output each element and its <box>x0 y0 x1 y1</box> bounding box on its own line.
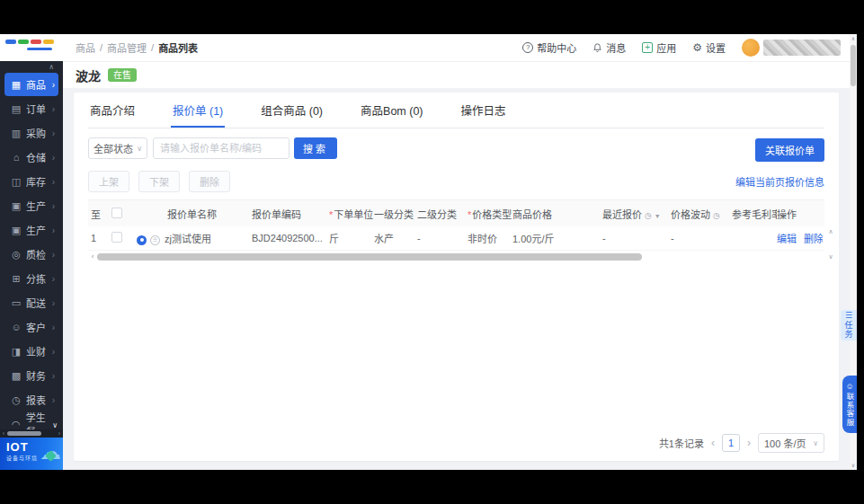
chevron-right-icon: › <box>52 298 55 308</box>
status-select[interactable]: 全部状态 ∨ <box>88 137 147 159</box>
prev-page-icon[interactable]: ‹ <box>711 437 715 449</box>
page-number[interactable]: 1 <box>722 434 740 452</box>
chevron-right-icon: › <box>52 347 55 357</box>
tasks-float-button[interactable]: ☰ 任务 <box>841 310 857 340</box>
cell-price: 1.00元/斤 <box>512 231 602 245</box>
sidebar-item-delivery[interactable]: ▭ 配送 › <box>4 291 58 314</box>
sidebar-horizontal-scrollbar[interactable]: ‹ › <box>0 429 63 438</box>
cell-price-type: 非时价 <box>468 231 512 245</box>
col-price-type: *价格类型 <box>468 207 512 221</box>
chevron-right-icon: › <box>52 201 55 211</box>
sidebar-item-sorting[interactable]: ⊞ 分拣 › <box>4 267 58 290</box>
settings-button[interactable]: ⚙ 设置 <box>692 40 726 55</box>
delivery-icon: ▭ <box>11 297 22 309</box>
scroll-left-icon[interactable]: ‹ <box>0 430 7 437</box>
tab-quotations[interactable]: 报价单 (1) <box>171 93 225 128</box>
blue-dot-icon[interactable] <box>137 235 147 245</box>
filter-row: 全部状态 ∨ 搜索 关联报价单 <box>88 137 824 159</box>
chevron-right-icon: › <box>52 225 55 235</box>
sidebar-item-purchasing[interactable]: ▥ 采购 › <box>4 121 58 145</box>
scroll-down-icon[interactable]: ∨ <box>828 253 833 261</box>
sidebar-item-inventory[interactable]: ◫ 库存 › <box>4 170 58 193</box>
scroll-left-icon[interactable]: ‹ <box>88 252 97 261</box>
sidebar-item-customers[interactable]: ☺ 客户 › <box>4 315 58 339</box>
scrollbar-thumb[interactable] <box>97 253 642 261</box>
sidebar-item-label: 业财 <box>26 344 46 358</box>
tab-operation-log[interactable]: 操作日志 <box>459 93 508 128</box>
sidebar-item-label: 生产 <box>26 223 46 237</box>
cell-price-wave: - <box>671 233 732 243</box>
gray-circle-icon[interactable]: ☰ <box>150 235 160 245</box>
scrollbar-thumb[interactable] <box>7 431 41 436</box>
scroll-up-icon[interactable]: ∧ <box>828 228 833 235</box>
col-category2: 二级分类 <box>417 207 468 221</box>
tab-product-intro[interactable]: 商品介绍 <box>88 93 137 128</box>
menu-scroll-up-icon[interactable]: ∧ <box>0 63 63 72</box>
pagination: 共1条记录 ‹ 1 › 100 条/页 ∨ <box>88 425 824 461</box>
sidebar-item-goods[interactable]: ▦ 商品 › <box>4 73 58 96</box>
sidebar-item-production-1[interactable]: ▣ 生产 › <box>4 194 58 217</box>
sidebar-item-production-2[interactable]: ▣ 生产 › <box>4 218 58 242</box>
apps-label: 应用 <box>656 40 676 55</box>
quotation-name[interactable]: zj测试使用 <box>165 234 211 244</box>
avatar[interactable] <box>742 39 760 57</box>
apps-button[interactable]: + 应用 <box>642 40 676 55</box>
filter-icon[interactable]: ▼ <box>655 213 661 219</box>
sidebar-item-business-finance[interactable]: ◨ 业财 › <box>4 340 58 363</box>
tab-goods-bom[interactable]: 商品Bom (0) <box>359 93 424 128</box>
table-vertical-scrollbar[interactable]: ∧ ∨ <box>826 228 835 261</box>
sidebar-item-quality[interactable]: ◎ 质检 › <box>4 243 58 266</box>
edit-link[interactable]: 编辑 <box>777 234 797 244</box>
menu-scroll-down-icon[interactable]: ∨ <box>52 421 58 429</box>
chevron-right-icon: › <box>52 104 55 114</box>
messages-button[interactable]: 消息 <box>592 40 626 55</box>
table-horizontal-scrollbar[interactable]: ‹ <box>88 252 824 261</box>
col-category1: 一级分类 <box>374 207 417 221</box>
required-mark: * <box>329 209 333 220</box>
customer-service-label: 联系客服 <box>844 393 855 427</box>
chevron-right-icon: › <box>52 395 55 405</box>
scroll-down-icon[interactable]: ∨ <box>851 461 855 470</box>
help-center-button[interactable]: ? 帮助中心 <box>522 40 576 55</box>
associate-quotation-button[interactable]: 关联报价单 <box>755 138 824 162</box>
chevron-down-icon: ∨ <box>813 439 818 447</box>
chevron-down-icon: ∨ <box>137 145 142 153</box>
tasks-label: 任务 <box>843 321 855 339</box>
sidebar-item-warehouse[interactable]: ⌂ 仓储 › <box>4 146 58 169</box>
table-header-row: 至 报价单名称 报价单编码 *下单单位 一级分类 二级分类 <box>88 199 824 226</box>
search-input[interactable] <box>153 137 289 159</box>
clock-icon[interactable]: ◷ <box>645 211 652 220</box>
tab-combo-goods[interactable]: 组合商品 (0) <box>259 93 325 128</box>
next-page-icon[interactable]: › <box>747 437 751 449</box>
scrollbar-thumb[interactable] <box>851 45 856 86</box>
sidebar-item-reports[interactable]: ◷ 报表 › <box>4 388 58 411</box>
gear-icon: ⚙ <box>692 42 702 53</box>
row-checkbox[interactable] <box>111 232 122 243</box>
sidebar-item-label: 配送 <box>26 296 46 310</box>
search-button[interactable]: 搜索 <box>294 137 337 159</box>
select-all-checkbox[interactable] <box>111 208 122 218</box>
cell-recent-quote: - <box>602 233 671 243</box>
breadcrumb-item-goods-mgmt[interactable]: 商品管理 <box>107 40 147 55</box>
cell-category1: 水产 <box>374 231 417 245</box>
on-shelf-button[interactable]: 上架 <box>88 171 129 192</box>
production-icon: ▣ <box>11 200 22 212</box>
table-row[interactable]: 1 ☰ zj测试使用 BJD24092500... <box>88 226 824 251</box>
sidebar-item-label: 财务 <box>26 368 46 383</box>
sidebar-item-student-meals[interactable]: ◠ 学生餐 <box>4 412 58 429</box>
sidebar-item-orders[interactable]: ▤ 订单 › <box>4 97 58 120</box>
account-menu[interactable] <box>742 39 841 57</box>
off-shelf-button[interactable]: 下架 <box>138 171 180 192</box>
customer-service-float-button[interactable]: ☺ 联系客服 <box>842 376 857 433</box>
breadcrumb-item-goods[interactable]: 商品 <box>76 40 95 55</box>
delete-link[interactable]: 删除 <box>804 234 823 244</box>
page-size-select[interactable]: 100 条/页 ∨ <box>758 433 824 453</box>
edit-current-page-link[interactable]: 编辑当前页报价信息 <box>735 174 824 189</box>
breadcrumb-separator: / <box>151 42 154 53</box>
logo-underline <box>27 48 52 50</box>
scroll-up-icon[interactable]: ∧ <box>851 34 855 43</box>
scroll-right-icon[interactable]: › <box>56 430 63 437</box>
sidebar-item-finance[interactable]: ▩ 财务 › <box>4 364 58 387</box>
clock-icon[interactable]: ◷ <box>713 211 720 220</box>
delete-button[interactable]: 删除 <box>189 171 230 192</box>
